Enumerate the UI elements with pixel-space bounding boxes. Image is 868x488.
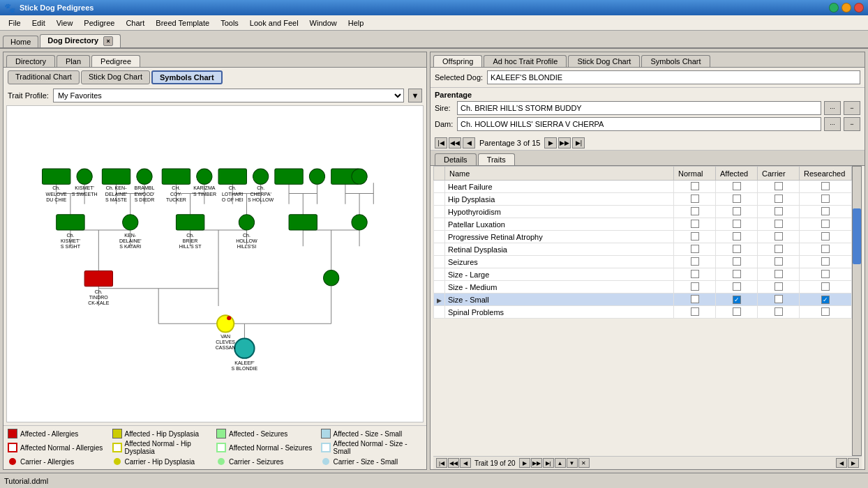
trait-researched-checkbox[interactable]	[821, 257, 830, 266]
trait-carrier-cell[interactable]	[758, 306, 800, 319]
trait-carrier-cell[interactable]	[758, 243, 800, 256]
trait-researched-checkbox[interactable]: ✓	[821, 296, 830, 304]
trait-normal-checkbox[interactable]	[691, 195, 699, 203]
trait-researched-checkbox[interactable]	[821, 195, 830, 203]
nav-next-button[interactable]: ▶	[544, 137, 557, 148]
trait-researched-checkbox[interactable]	[821, 282, 830, 291]
trait-researched-cell[interactable]	[800, 181, 852, 193]
trait-affected-cell[interactable]	[716, 206, 758, 218]
traits-nav-scroll-left[interactable]: ◀	[836, 458, 847, 468]
trait-normal-checkbox[interactable]	[691, 270, 699, 278]
trait-affected-cell[interactable]	[716, 256, 758, 268]
trait-normal-checkbox[interactable]	[691, 282, 699, 291]
trait-carrier-checkbox[interactable]	[775, 295, 783, 303]
trait-normal-cell[interactable]	[674, 281, 716, 293]
trait-researched-checkbox[interactable]	[821, 245, 830, 253]
traits-table-container[interactable]: Name Normal Affected Carrier Researched …	[433, 166, 852, 456]
traits-nav-next-next[interactable]: ▶▶	[531, 458, 542, 468]
detail-tab-traits[interactable]: Traits	[478, 153, 515, 165]
right-tab-symbols[interactable]: Symbols Chart	[641, 55, 710, 67]
subtab-pedigree[interactable]: Pedigree	[91, 55, 140, 67]
trait-affected-checkbox[interactable]	[733, 307, 741, 316]
trait-researched-cell[interactable]	[800, 243, 852, 256]
trait-carrier-checkbox[interactable]	[775, 270, 783, 278]
traits-nav-close[interactable]: ✕	[578, 458, 590, 468]
close-window-button[interactable]	[854, 3, 864, 13]
detail-tab-details[interactable]: Details	[435, 153, 477, 165]
trait-profile-dropdown[interactable]: ▼	[408, 89, 422, 102]
trait-normal-checkbox[interactable]	[691, 232, 699, 241]
trait-carrier-cell[interactable]	[758, 181, 800, 193]
table-row[interactable]: Patellar Luxation	[434, 218, 852, 231]
trait-normal-cell[interactable]	[674, 206, 716, 218]
menu-look-feel[interactable]: Look and Feel	[244, 17, 304, 29]
trait-affected-checkbox[interactable]: ✓	[733, 296, 741, 304]
expand-btn[interactable]: ▶	[437, 297, 442, 304]
trait-normal-cell[interactable]	[674, 256, 716, 268]
trait-affected-checkbox[interactable]	[733, 207, 741, 215]
traits-nav-first[interactable]: |◀	[436, 458, 447, 468]
trait-normal-cell[interactable]	[674, 218, 716, 231]
trait-normal-checkbox[interactable]	[691, 207, 699, 215]
trait-affected-cell[interactable]	[716, 281, 758, 293]
trait-researched-cell[interactable]	[800, 306, 852, 319]
menu-window[interactable]: Window	[304, 17, 343, 29]
trait-affected-cell[interactable]	[716, 181, 758, 193]
right-tab-stickdog[interactable]: Stick Dog Chart	[568, 55, 640, 67]
traits-nav-up[interactable]: ▲	[555, 458, 566, 468]
subtab-plan[interactable]: Plan	[57, 55, 90, 67]
scrollbar-thumb[interactable]	[853, 208, 861, 264]
tab-home[interactable]: Home	[3, 36, 38, 47]
traits-nav-scroll-right[interactable]: ▶	[848, 458, 859, 468]
trait-researched-cell[interactable]	[800, 193, 852, 206]
table-row[interactable]: Hypothyroidism	[434, 206, 852, 218]
trait-affected-cell[interactable]	[716, 243, 758, 256]
trait-researched-cell[interactable]	[800, 268, 852, 281]
sire-ellipsis-button[interactable]: ···	[824, 101, 841, 115]
trait-carrier-checkbox[interactable]	[775, 207, 783, 215]
table-row[interactable]: Seizures	[434, 256, 852, 268]
table-row[interactable]: Size - Large	[434, 268, 852, 281]
menu-breed-template[interactable]: Breed Template	[150, 17, 215, 29]
trait-affected-cell[interactable]	[716, 306, 758, 319]
trait-affected-cell[interactable]	[716, 231, 758, 243]
dam-ellipsis-button[interactable]: ···	[824, 117, 841, 131]
tab-dog-directory[interactable]: Dog Directory ×	[40, 34, 121, 47]
trait-carrier-checkbox[interactable]	[775, 282, 783, 291]
trait-carrier-cell[interactable]	[758, 293, 800, 306]
trait-affected-checkbox[interactable]	[733, 282, 741, 291]
trait-normal-checkbox[interactable]	[691, 245, 699, 253]
trait-researched-cell[interactable]: ✓	[800, 293, 852, 306]
trait-researched-cell[interactable]	[800, 281, 852, 293]
trait-normal-checkbox[interactable]	[691, 220, 699, 228]
trait-affected-checkbox[interactable]	[733, 245, 741, 253]
trait-carrier-checkbox[interactable]	[775, 220, 783, 228]
nav-prev-button[interactable]: ◀	[463, 137, 475, 148]
traits-nav-last[interactable]: ▶|	[543, 458, 554, 468]
trait-normal-cell[interactable]	[674, 306, 716, 319]
minimize-button[interactable]	[829, 3, 839, 13]
trait-researched-cell[interactable]	[800, 256, 852, 268]
trait-affected-checkbox[interactable]	[733, 257, 741, 266]
trait-affected-checkbox[interactable]	[733, 182, 741, 190]
trait-carrier-cell[interactable]	[758, 206, 800, 218]
trait-affected-cell[interactable]	[716, 193, 758, 206]
trait-carrier-cell[interactable]	[758, 256, 800, 268]
expand-cell[interactable]: ▶	[434, 293, 445, 306]
trait-affected-checkbox[interactable]	[733, 270, 741, 278]
trait-researched-checkbox[interactable]	[821, 220, 830, 228]
trait-carrier-cell[interactable]	[758, 268, 800, 281]
sire-minus-button[interactable]: −	[844, 101, 860, 115]
trait-researched-checkbox[interactable]	[821, 207, 830, 215]
trait-profile-select[interactable]: My Favorites	[53, 89, 404, 102]
trait-affected-checkbox[interactable]	[733, 195, 741, 203]
table-row[interactable]: Heart Failure	[434, 181, 852, 193]
nav-prev-prev-button[interactable]: ◀◀	[449, 137, 461, 148]
trait-affected-cell[interactable]	[716, 268, 758, 281]
trait-normal-cell[interactable]	[674, 293, 716, 306]
chart-tab-stickdog[interactable]: Stick Dog Chart	[81, 70, 150, 84]
trait-normal-cell[interactable]	[674, 268, 716, 281]
trait-affected-cell[interactable]: ✓	[716, 293, 758, 306]
trait-researched-checkbox[interactable]	[821, 232, 830, 241]
trait-carrier-cell[interactable]	[758, 281, 800, 293]
